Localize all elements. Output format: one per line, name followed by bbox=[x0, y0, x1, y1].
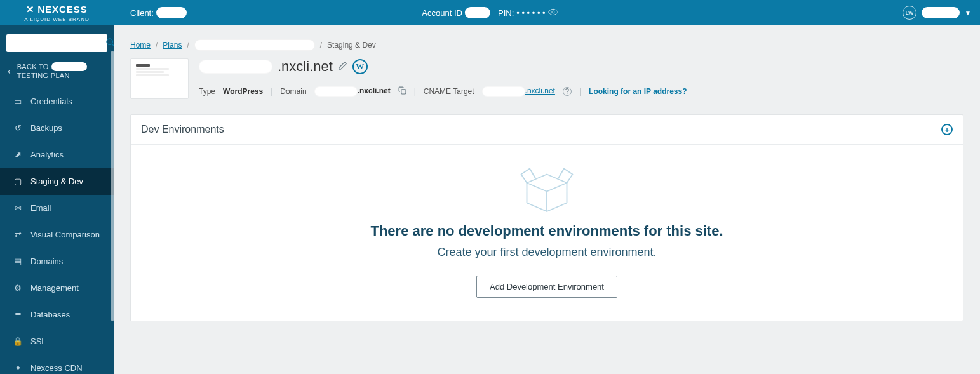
brand-icon: ✕ bbox=[26, 4, 35, 15]
ssl-icon: 🔒 bbox=[13, 337, 23, 346]
pin-label: PIN: bbox=[498, 8, 514, 18]
domain-value: .nxcli.net bbox=[314, 86, 391, 97]
back-link[interactable]: ‹ BACK TO TESTING PLAN bbox=[0, 58, 114, 88]
sidebar-item-label: Nexcess CDN bbox=[30, 363, 83, 373]
panel-header: Dev Environments + bbox=[131, 115, 963, 145]
breadcrumb-current: Staging & Dev bbox=[327, 41, 376, 50]
site-title-prefix-redacted bbox=[199, 60, 272, 74]
domain-prefix-redacted bbox=[314, 86, 358, 97]
client-area: Client: bbox=[130, 7, 187, 18]
type-label: Type bbox=[199, 87, 215, 96]
main-content: Home / Plans / / Staging & Dev .nxcli.ne… bbox=[114, 25, 980, 374]
cname-label: CNAME Target bbox=[424, 87, 474, 96]
panel-body: There are no development environments fo… bbox=[131, 145, 963, 321]
avatar[interactable]: LW bbox=[903, 6, 916, 20]
cdn-icon: ✦ bbox=[13, 363, 23, 373]
topbar: ✕ NEXCESS A LIQUID WEB BRAND Client: Acc… bbox=[0, 0, 980, 25]
svg-point-1 bbox=[107, 39, 112, 44]
staging-icon: ▢ bbox=[13, 177, 23, 186]
breadcrumb-sep: / bbox=[320, 41, 322, 50]
sidebar-item-label: Visual Comparison bbox=[30, 230, 100, 239]
site-thumbnail[interactable] bbox=[130, 58, 189, 99]
user-name-redacted[interactable] bbox=[922, 7, 960, 18]
breadcrumb-sep: / bbox=[156, 41, 158, 50]
sidebar-item-email[interactable]: ✉Email bbox=[0, 195, 114, 222]
chevron-left-icon: ‹ bbox=[8, 66, 11, 76]
sidebar-item-backups[interactable]: ↺Backups bbox=[0, 115, 114, 142]
add-environment-button[interactable]: Add Development Environment bbox=[476, 276, 617, 298]
add-environment-icon[interactable]: + bbox=[941, 124, 953, 135]
sidebar-item-label: Staging & Dev bbox=[30, 177, 83, 186]
pin-mask: • • • • • • bbox=[516, 8, 545, 18]
brand-tagline: A LIQUID WEB BRAND bbox=[24, 17, 89, 22]
panel-heading: Dev Environments bbox=[141, 124, 224, 135]
chevron-down-icon[interactable]: ▼ bbox=[965, 10, 971, 17]
sidebar-item-label: Management bbox=[30, 283, 79, 293]
client-label: Client: bbox=[130, 8, 154, 18]
empty-state-title: There are no development environments fo… bbox=[370, 223, 723, 239]
copy-icon[interactable] bbox=[398, 86, 406, 97]
topbar-right: LW ▼ bbox=[903, 6, 971, 20]
brand-logo[interactable]: ✕ NEXCESS A LIQUID WEB BRAND bbox=[0, 0, 114, 25]
back-line2: TESTING PLAN bbox=[17, 71, 87, 80]
sidebar-item-analytics[interactable]: ⬈Analytics bbox=[0, 142, 114, 168]
account-id-block: Account ID bbox=[422, 7, 490, 18]
management-icon: ⚙ bbox=[13, 283, 23, 293]
svg-rect-3 bbox=[401, 90, 406, 94]
sidebar-item-label: Backups bbox=[30, 123, 62, 133]
breadcrumb-sep: / bbox=[187, 41, 189, 50]
sidebar-item-visual-comparison[interactable]: ⇄Visual Comparison bbox=[0, 222, 114, 248]
pin-block: PIN: • • • • • • bbox=[498, 8, 558, 18]
sidebar-item-ssl[interactable]: 🔒SSL bbox=[0, 328, 114, 355]
sidebar: ‹ BACK TO TESTING PLAN ▭Credentials↺Back… bbox=[0, 25, 114, 374]
pencil-icon[interactable] bbox=[338, 61, 347, 72]
cname-prefix-redacted bbox=[482, 86, 525, 97]
credentials-icon: ▭ bbox=[13, 97, 23, 106]
sidebar-item-credentials[interactable]: ▭Credentials bbox=[0, 88, 114, 115]
ip-address-link[interactable]: Looking for an IP address? bbox=[589, 87, 687, 96]
empty-state-subtitle: Create your first development environmen… bbox=[437, 246, 656, 259]
breadcrumb-plans[interactable]: Plans bbox=[163, 41, 182, 50]
sidebar-item-label: Credentials bbox=[30, 97, 72, 106]
sidebar-item-label: Databases bbox=[30, 310, 70, 319]
breadcrumb-home[interactable]: Home bbox=[130, 41, 151, 50]
client-value-redacted bbox=[156, 7, 187, 18]
sidebar-nav: ▭Credentials↺Backups⬈Analytics▢Staging &… bbox=[0, 88, 114, 374]
account-id-value-redacted bbox=[465, 7, 490, 18]
cname-link[interactable]: .nxcli.net bbox=[525, 86, 555, 95]
type-value: WordPress bbox=[223, 87, 263, 96]
sidebar-search[interactable] bbox=[6, 34, 107, 52]
account-id-label: Account ID bbox=[422, 8, 462, 18]
brand-name: NEXCESS bbox=[37, 4, 88, 15]
dev-environments-panel: Dev Environments + There are no developm… bbox=[130, 114, 963, 321]
sidebar-item-nexcess-cdn[interactable]: ✦Nexcess CDN bbox=[0, 355, 114, 374]
domains-icon: ▤ bbox=[13, 257, 23, 266]
sidebar-item-staging-dev[interactable]: ▢Staging & Dev bbox=[0, 168, 114, 195]
sidebar-item-label: Analytics bbox=[30, 150, 64, 159]
sidebar-item-management[interactable]: ⚙Management bbox=[0, 275, 114, 302]
search-icon[interactable] bbox=[105, 37, 114, 50]
databases-icon: ≣ bbox=[13, 310, 23, 319]
sidebar-item-databases[interactable]: ≣Databases bbox=[0, 302, 114, 328]
sidebar-item-label: Email bbox=[30, 203, 51, 213]
eye-icon[interactable] bbox=[548, 8, 558, 18]
help-icon[interactable]: ? bbox=[563, 87, 572, 96]
sidebar-item-label: SSL bbox=[30, 337, 46, 346]
site-meta: Type WordPress | Domain .nxcli.net | CNA… bbox=[199, 86, 963, 97]
svg-point-0 bbox=[552, 11, 554, 13]
empty-box-icon bbox=[518, 163, 575, 217]
back-prefix: BACK TO bbox=[17, 62, 49, 71]
breadcrumb-site-redacted[interactable] bbox=[194, 39, 315, 51]
email-icon: ✉ bbox=[13, 203, 23, 213]
visual-icon: ⇄ bbox=[13, 230, 23, 239]
page-title: .nxcli.net bbox=[278, 58, 333, 75]
wordpress-icon: W bbox=[352, 59, 368, 74]
sidebar-item-label: Domains bbox=[30, 257, 63, 266]
breadcrumb: Home / Plans / / Staging & Dev bbox=[114, 25, 980, 56]
site-header: .nxcli.net W Type WordPress | Domain .nx… bbox=[114, 56, 980, 107]
back-target-redacted bbox=[51, 62, 87, 71]
search-input[interactable] bbox=[10, 39, 105, 48]
topbar-center: Account ID PIN: • • • • • • bbox=[422, 7, 558, 18]
cname-value: .nxcli.net bbox=[482, 86, 555, 97]
sidebar-item-domains[interactable]: ▤Domains bbox=[0, 248, 114, 275]
